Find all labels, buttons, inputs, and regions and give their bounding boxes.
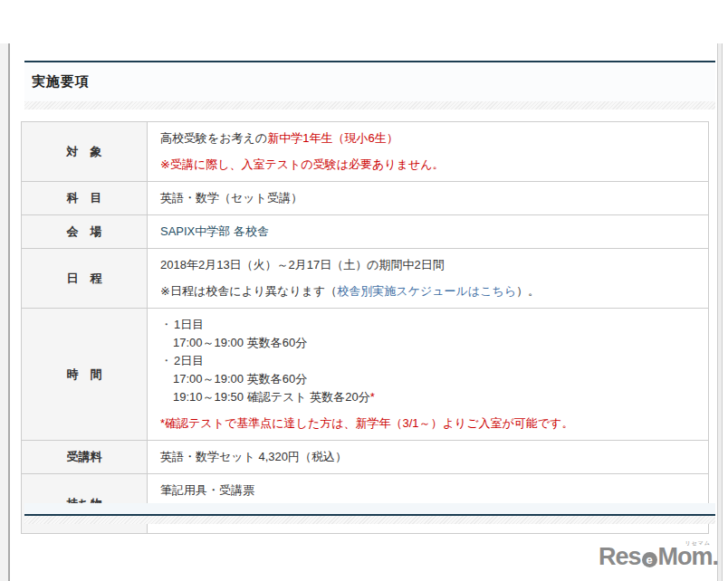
- table-row-time: 時 間 ・1日目 17:00～19:00 英数各60分 ・2日目 17:00～1…: [22, 309, 709, 441]
- bullet-icon: ・: [160, 354, 172, 367]
- stripe-divider-bottom: [24, 516, 715, 524]
- row-label-target: 対 象: [22, 122, 148, 182]
- table-row-fee: 受講料 英語・数学セット 4,320円（税込）: [22, 441, 709, 474]
- row-value-schedule: 2018年2月13日（火）～2月17日（土）の期間中2日間 ※日程は校舎により異…: [148, 249, 709, 309]
- schedule-note-post: ）。: [516, 284, 540, 298]
- row-label-time: 時 間: [22, 309, 148, 441]
- row-label-fee: 受講料: [22, 441, 148, 474]
- row-value-fee: 英語・数学セット 4,320円（税込）: [148, 441, 709, 474]
- time-day2-slot1: 17:00～19:00 英数各60分: [160, 370, 695, 388]
- venue-link[interactable]: SAPIX中学部 各校舎: [160, 224, 269, 238]
- row-value-target: 高校受験をお考えの新中学1年生（現小6生） ※受講に際し、入室テストの受験は必要…: [148, 122, 709, 182]
- resemom-logo: リセマム Res e Mom.: [599, 541, 718, 572]
- section-header: 実施要項: [24, 62, 715, 101]
- table-row-schedule: 日 程 2018年2月13日（火）～2月17日（土）の期間中2日間 ※日程は校舎…: [22, 249, 709, 309]
- fee-text: 英語・数学セット 4,320円（税込）: [160, 448, 695, 466]
- bullet-icon: ・: [160, 318, 172, 331]
- table-row-subjects: 科 目 英語・数学（セット受講）: [22, 182, 709, 215]
- row-value-subjects: 英語・数学（セット受講）: [148, 182, 709, 215]
- schedule-note: ※日程は校舎により異なります（校舎別実施スケジュールはこちら）。: [160, 282, 695, 300]
- page: { "colors": { "accent_navy": "#1c3d52", …: [0, 0, 728, 581]
- stripe-divider-top: [24, 101, 715, 110]
- row-label-schedule: 日 程: [22, 249, 148, 309]
- subjects-text: 英語・数学（セット受講）: [160, 189, 695, 207]
- implementation-guidelines-table: 対 象 高校受験をお考えの新中学1年生（現小6生） ※受講に際し、入室テストの受…: [21, 121, 709, 534]
- time-day2-slot2: 19:10～19:50 確認テスト 英数各20分*: [160, 388, 695, 406]
- target-text: 高校受験をお考えの: [160, 131, 267, 145]
- time-day1-slot: 17:00～19:00 英数各60分: [160, 334, 695, 352]
- page-title: 実施要項: [24, 73, 90, 90]
- table-row-venue: 会 場 SAPIX中学部 各校舎: [22, 215, 709, 249]
- table-row-target: 対 象 高校受験をお考えの新中学1年生（現小6生） ※受講に際し、入室テストの受…: [22, 122, 709, 182]
- target-line: 高校受験をお考えの新中学1年生（現小6生）: [160, 129, 695, 148]
- row-label-subjects: 科 目: [22, 182, 148, 215]
- asterisk-mark: *: [370, 390, 375, 404]
- resemom-logo-e-icon: e: [642, 552, 657, 567]
- page-left-gutter: [0, 43, 10, 581]
- target-note: ※受講に際し、入室テストの受験は必要ありません。: [160, 156, 695, 174]
- row-value-venue: SAPIX中学部 各校舎: [148, 215, 709, 249]
- row-value-time: ・1日目 17:00～19:00 英数各60分 ・2日目 17:00～19:00…: [148, 309, 709, 441]
- schedule-dates: 2018年2月13日（火）～2月17日（土）の期間中2日間: [160, 256, 695, 274]
- schedule-detail-link[interactable]: 校舎別実施スケジュールはこちら: [337, 284, 516, 298]
- row-label-venue: 会 場: [22, 215, 148, 249]
- resemom-logo-ruby: リセマム: [685, 539, 711, 548]
- time-note: *確認テストで基準点に達した方は、新学年（3/1～）よりご入室が可能です。: [160, 414, 695, 433]
- target-highlight: 新中学1年生（現小6生）: [267, 131, 398, 145]
- time-day1-title: ・1日目: [160, 316, 695, 334]
- section-bottom-band: [24, 503, 715, 514]
- page-right-gutter: [717, 43, 723, 581]
- items-text: 筆記用具・受講票: [160, 481, 695, 500]
- time-day2-title: ・2日目: [160, 352, 695, 370]
- resemom-logo-res: Res: [599, 543, 641, 571]
- schedule-note-pre: ※日程は校舎により異なります（: [160, 284, 337, 298]
